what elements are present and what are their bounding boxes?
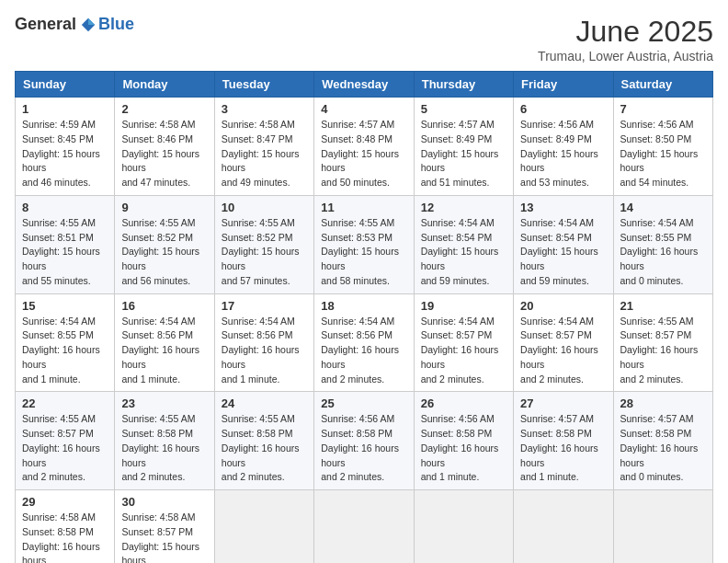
calendar-day-cell: 11Sunrise: 4:55 AMSunset: 8:53 PMDayligh… — [314, 195, 414, 293]
calendar-day-cell: 2Sunrise: 4:58 AMSunset: 8:46 PMDaylight… — [115, 98, 214, 196]
day-number: 16 — [121, 299, 207, 313]
day-detail: Sunrise: 4:58 AMSunset: 8:46 PMDaylight:… — [121, 118, 207, 190]
calendar-day-cell: 17Sunrise: 4:54 AMSunset: 8:56 PMDayligh… — [214, 293, 313, 392]
day-detail: Sunrise: 4:54 AMSunset: 8:55 PMDaylight:… — [620, 216, 706, 289]
location-subtitle: Trumau, Lower Austria, Austria — [538, 49, 713, 63]
calendar-day-cell: 14Sunrise: 4:54 AMSunset: 8:55 PMDayligh… — [613, 195, 712, 293]
calendar-day-cell: 24Sunrise: 4:55 AMSunset: 8:58 PMDayligh… — [214, 392, 313, 490]
day-detail: Sunrise: 4:56 AMSunset: 8:58 PMDaylight:… — [321, 412, 406, 485]
page-header: General Blue June 2025 Trumau, Lower Aus… — [15, 15, 713, 63]
calendar-day-cell: 10Sunrise: 4:55 AMSunset: 8:52 PMDayligh… — [214, 195, 313, 293]
calendar-day-cell: 13Sunrise: 4:54 AMSunset: 8:54 PMDayligh… — [514, 195, 613, 293]
day-detail: Sunrise: 4:55 AMSunset: 8:51 PMDaylight:… — [22, 216, 108, 289]
calendar-day-cell: 25Sunrise: 4:56 AMSunset: 8:58 PMDayligh… — [314, 392, 414, 490]
svg-marker-1 — [88, 17, 95, 24]
calendar-day-cell: 7Sunrise: 4:56 AMSunset: 8:50 PMDaylight… — [613, 98, 712, 196]
logo-general: General — [15, 15, 76, 34]
calendar-day-cell: 20Sunrise: 4:54 AMSunset: 8:57 PMDayligh… — [514, 293, 613, 392]
day-number: 29 — [22, 495, 108, 509]
day-number: 30 — [121, 495, 207, 509]
day-number: 5 — [421, 102, 506, 116]
day-number: 11 — [321, 201, 406, 214]
day-detail: Sunrise: 4:57 AMSunset: 8:49 PMDaylight:… — [421, 118, 506, 190]
logo-blue: Blue — [98, 15, 134, 34]
calendar-day-cell: 12Sunrise: 4:54 AMSunset: 8:54 PMDayligh… — [414, 195, 513, 293]
day-detail: Sunrise: 4:56 AMSunset: 8:49 PMDaylight:… — [520, 118, 606, 190]
calendar-day-cell: 22Sunrise: 4:55 AMSunset: 8:57 PMDayligh… — [16, 392, 115, 490]
day-detail: Sunrise: 4:54 AMSunset: 8:54 PMDaylight:… — [421, 216, 506, 289]
day-detail: Sunrise: 4:55 AMSunset: 8:53 PMDaylight:… — [321, 216, 406, 289]
calendar-header-cell: Sunday — [16, 72, 115, 98]
day-number: 20 — [520, 299, 606, 313]
day-detail: Sunrise: 4:55 AMSunset: 8:58 PMDaylight:… — [222, 412, 307, 485]
day-number: 28 — [620, 396, 706, 410]
day-detail: Sunrise: 4:57 AMSunset: 8:58 PMDaylight:… — [520, 412, 606, 485]
calendar-week-row: 8Sunrise: 4:55 AMSunset: 8:51 PMDaylight… — [16, 195, 713, 293]
day-number: 22 — [22, 396, 108, 410]
day-detail: Sunrise: 4:56 AMSunset: 8:50 PMDaylight:… — [620, 118, 706, 190]
day-detail: Sunrise: 4:55 AMSunset: 8:57 PMDaylight:… — [620, 315, 706, 387]
month-title: June 2025 — [538, 15, 713, 49]
day-number: 14 — [620, 201, 706, 214]
day-detail: Sunrise: 4:54 AMSunset: 8:57 PMDaylight:… — [421, 315, 506, 387]
day-detail: Sunrise: 4:57 AMSunset: 8:48 PMDaylight:… — [321, 118, 406, 190]
day-detail: Sunrise: 4:54 AMSunset: 8:56 PMDaylight:… — [121, 315, 207, 387]
day-number: 21 — [620, 299, 706, 313]
day-detail: Sunrise: 4:58 AMSunset: 8:58 PMDaylight:… — [22, 511, 108, 563]
calendar-day-cell — [214, 490, 313, 564]
day-detail: Sunrise: 4:54 AMSunset: 8:55 PMDaylight:… — [22, 315, 108, 387]
calendar-day-cell: 9Sunrise: 4:55 AMSunset: 8:52 PMDaylight… — [115, 195, 214, 293]
day-number: 25 — [321, 396, 406, 410]
day-number: 7 — [620, 102, 706, 116]
calendar-day-cell — [414, 490, 513, 564]
day-number: 12 — [421, 201, 506, 214]
calendar-day-cell: 6Sunrise: 4:56 AMSunset: 8:49 PMDaylight… — [514, 98, 613, 196]
day-number: 27 — [520, 396, 606, 410]
day-detail: Sunrise: 4:59 AMSunset: 8:45 PMDaylight:… — [22, 118, 108, 190]
calendar-day-cell: 29Sunrise: 4:58 AMSunset: 8:58 PMDayligh… — [16, 490, 115, 564]
calendar-day-cell: 28Sunrise: 4:57 AMSunset: 8:58 PMDayligh… — [613, 392, 712, 490]
day-number: 26 — [421, 396, 506, 410]
day-number: 2 — [121, 102, 207, 116]
calendar-week-row: 29Sunrise: 4:58 AMSunset: 8:58 PMDayligh… — [16, 490, 713, 564]
calendar-day-cell — [613, 490, 712, 564]
title-area: June 2025 Trumau, Lower Austria, Austria — [538, 15, 713, 63]
calendar-day-cell: 5Sunrise: 4:57 AMSunset: 8:49 PMDaylight… — [414, 98, 513, 196]
day-number: 18 — [321, 299, 406, 313]
calendar-header-cell: Wednesday — [314, 72, 414, 98]
calendar-day-cell: 19Sunrise: 4:54 AMSunset: 8:57 PMDayligh… — [414, 293, 513, 392]
day-number: 6 — [520, 102, 606, 116]
calendar-table: SundayMondayTuesdayWednesdayThursdayFrid… — [15, 71, 713, 563]
day-detail: Sunrise: 4:56 AMSunset: 8:58 PMDaylight:… — [421, 412, 506, 485]
calendar-day-cell — [514, 490, 613, 564]
calendar-day-cell: 23Sunrise: 4:55 AMSunset: 8:58 PMDayligh… — [115, 392, 214, 490]
calendar-day-cell — [314, 490, 414, 564]
calendar-week-row: 1Sunrise: 4:59 AMSunset: 8:45 PMDaylight… — [16, 98, 713, 196]
calendar-week-row: 15Sunrise: 4:54 AMSunset: 8:55 PMDayligh… — [16, 293, 713, 392]
day-detail: Sunrise: 4:54 AMSunset: 8:54 PMDaylight:… — [520, 216, 606, 289]
day-detail: Sunrise: 4:57 AMSunset: 8:58 PMDaylight:… — [620, 412, 706, 485]
calendar-day-cell: 3Sunrise: 4:58 AMSunset: 8:47 PMDaylight… — [214, 98, 313, 196]
day-detail: Sunrise: 4:55 AMSunset: 8:57 PMDaylight:… — [22, 412, 108, 485]
day-detail: Sunrise: 4:54 AMSunset: 8:56 PMDaylight:… — [321, 315, 406, 387]
calendar-day-cell: 26Sunrise: 4:56 AMSunset: 8:58 PMDayligh… — [414, 392, 513, 490]
calendar-header-cell: Saturday — [613, 72, 712, 98]
day-number: 1 — [22, 102, 108, 116]
day-number: 8 — [22, 201, 108, 214]
calendar-day-cell: 30Sunrise: 4:58 AMSunset: 8:57 PMDayligh… — [115, 490, 214, 564]
calendar-day-cell: 21Sunrise: 4:55 AMSunset: 8:57 PMDayligh… — [613, 293, 712, 392]
calendar-day-cell: 27Sunrise: 4:57 AMSunset: 8:58 PMDayligh… — [514, 392, 613, 490]
day-number: 13 — [520, 201, 606, 214]
day-detail: Sunrise: 4:58 AMSunset: 8:57 PMDaylight:… — [121, 511, 207, 563]
day-number: 9 — [121, 201, 207, 214]
day-detail: Sunrise: 4:54 AMSunset: 8:56 PMDaylight:… — [222, 315, 307, 387]
calendar-body: 1Sunrise: 4:59 AMSunset: 8:45 PMDaylight… — [16, 98, 713, 564]
day-detail: Sunrise: 4:54 AMSunset: 8:57 PMDaylight:… — [520, 315, 606, 387]
calendar-day-cell: 15Sunrise: 4:54 AMSunset: 8:55 PMDayligh… — [16, 293, 115, 392]
day-detail: Sunrise: 4:55 AMSunset: 8:52 PMDaylight:… — [121, 216, 207, 289]
day-number: 24 — [222, 396, 307, 410]
calendar-day-cell: 18Sunrise: 4:54 AMSunset: 8:56 PMDayligh… — [314, 293, 414, 392]
calendar-header-cell: Monday — [115, 72, 214, 98]
day-number: 15 — [22, 299, 108, 313]
calendar-day-cell: 1Sunrise: 4:59 AMSunset: 8:45 PMDaylight… — [16, 98, 115, 196]
